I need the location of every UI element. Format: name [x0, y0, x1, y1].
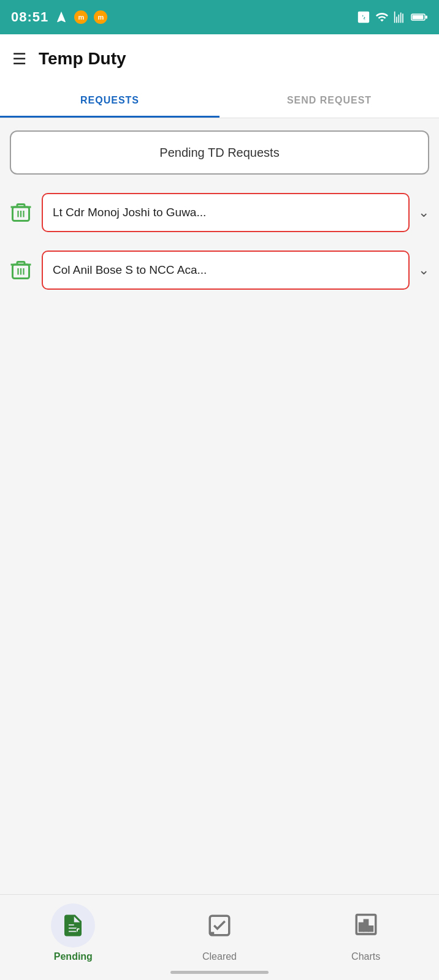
delete-request-1-button[interactable] [10, 202, 32, 224]
tab-send-request[interactable]: SEND REQUEST [220, 83, 439, 118]
navigation-icon [55, 10, 68, 24]
app-title: Temp Duty [39, 49, 126, 69]
expand-request-1-button[interactable]: ⌄ [418, 205, 429, 221]
request-label-1[interactable]: Lt Cdr Monoj Joshi to Guwa... [42, 193, 410, 232]
check-icon [207, 913, 232, 938]
pending-nav-icon-wrap [51, 903, 95, 948]
cleared-nav-icon-wrap [197, 903, 242, 948]
signal1-icon [394, 11, 406, 23]
nfc-icon [357, 10, 370, 24]
svg-rect-19 [359, 924, 362, 931]
bar-chart-icon [353, 913, 379, 938]
bottom-nav: Pending Cleared Charts [0, 894, 439, 980]
app-bar: ☰ Temp Duty [0, 34, 439, 83]
hamburger-menu-icon[interactable]: ☰ [12, 51, 26, 67]
pending-td-requests-button[interactable]: Pending TD Requests [10, 130, 429, 175]
home-indicator [170, 971, 269, 974]
status-bar-right [357, 10, 428, 24]
charts-nav-icon-wrap [344, 903, 388, 948]
svg-rect-1 [413, 15, 424, 20]
circle-icon-1: m [74, 10, 88, 24]
nav-label-pending: Pending [54, 951, 93, 962]
nav-label-charts: Charts [351, 951, 380, 962]
nav-item-pending[interactable]: Pending [0, 903, 147, 962]
wifi-icon [375, 10, 389, 24]
request-item-2: Col Anil Bose S to NCC Aca... ⌄ [10, 251, 429, 290]
nav-label-cleared: Cleared [202, 951, 237, 962]
battery-icon [411, 12, 428, 23]
circle-icon-2: m [94, 10, 107, 24]
status-time: 08:51 [11, 9, 48, 25]
tabs-bar: REQUESTS SEND REQUEST [0, 83, 439, 118]
document-icon [60, 913, 86, 938]
main-content: Pending TD Requests Lt Cdr Monoj Joshi t… [0, 118, 439, 884]
svg-rect-2 [426, 16, 427, 19]
nav-item-charts[interactable]: Charts [292, 903, 439, 962]
nav-item-cleared[interactable]: Cleared [147, 903, 293, 962]
svg-rect-20 [364, 920, 367, 931]
delete-request-2-button[interactable] [10, 259, 32, 281]
status-bar-left: 08:51 m m [11, 9, 107, 25]
svg-rect-21 [369, 927, 372, 931]
expand-request-2-button[interactable]: ⌄ [418, 262, 429, 278]
tab-requests[interactable]: REQUESTS [0, 83, 220, 118]
request-item-1: Lt Cdr Monoj Joshi to Guwa... ⌄ [10, 193, 429, 232]
request-label-2[interactable]: Col Anil Bose S to NCC Aca... [42, 251, 410, 290]
status-bar: 08:51 m m [0, 0, 439, 34]
